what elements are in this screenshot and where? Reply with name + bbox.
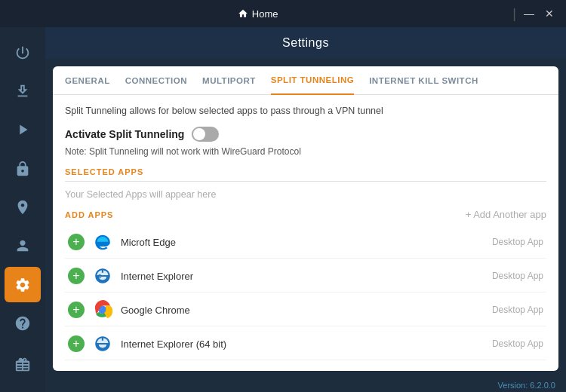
add-another-label: + Add Another app [466,209,546,220]
window-controls: | — ✕ [512,6,557,21]
divider-selected [65,181,546,182]
activate-row: Activate Split Tunneling [65,127,546,142]
app-add-ie-button[interactable]: + [68,268,85,284]
activate-toggle[interactable] [192,127,219,142]
home-area: Home [238,8,278,20]
sidebar-item-power[interactable] [5,35,41,70]
tab-multiport[interactable]: MULTIPORT [202,67,256,94]
user-icon [14,237,31,254]
settings-panel: GENERAL CONNECTION MULTIPORT SPLIT TUNNE… [53,66,558,371]
add-apps-row: ADD APPS + Add Another app [65,209,546,220]
svg-point-3 [100,307,106,314]
app-add-edge-button[interactable]: + [68,234,85,250]
minimize-button[interactable]: — [521,6,537,21]
ie64-icon [93,334,112,354]
app-name-ie64: Internet Explorer (64 bit) [121,338,484,350]
download-icon [14,83,31,100]
settings-icon [14,277,31,293]
selected-apps-placeholder: Your Selected Apps will appear here [65,189,546,200]
close-button[interactable]: ✕ [542,6,557,21]
app-list: + Microft Edge Desktop App + [65,226,546,360]
tabs-bar: GENERAL CONNECTION MULTIPORT SPLIT TUNNE… [53,66,558,95]
app-item-ie: + e Internet Explorer Desktop App [65,260,546,292]
app-icon-chrome [92,299,113,320]
content-area: Settings GENERAL CONNECTION MULTIPORT SP… [45,27,566,392]
ip-icon [14,199,31,216]
app-icon-edge [92,231,113,253]
edge-icon [93,232,112,252]
version-text: Version: 6.2.0.0 [498,381,555,390]
home-label[interactable]: Home [252,8,278,20]
tab-general[interactable]: GENERAL [65,67,110,94]
app-add-chrome-button[interactable]: + [68,302,85,318]
ie-icon: e [93,266,112,286]
app-type-ie64: Desktop App [492,338,543,349]
app-item-edge: + Microft Edge Desktop App [65,226,546,259]
svg-text:e: e [98,271,103,280]
app-type-chrome: Desktop App [492,305,543,315]
main-layout: Settings GENERAL CONNECTION MULTIPORT SP… [0,27,566,392]
play-icon [14,121,31,138]
sidebar-item-download[interactable] [5,73,41,109]
selected-apps-header: SELECTED APPS [65,167,546,176]
settings-title-text: Settings [282,36,329,49]
settings-title: Settings [45,27,566,59]
help-icon [14,315,31,332]
sidebar-item-help[interactable] [5,305,41,341]
tab-connection[interactable]: CONNECTION [125,67,187,94]
separator: | [512,7,516,20]
app-type-ie: Desktop App [492,271,543,281]
activate-label: Activate Split Tunneling [65,128,184,140]
app-add-ie64-button[interactable]: + [68,335,85,352]
sidebar-item-user[interactable] [5,228,41,264]
home-icon [238,8,248,19]
sidebar-item-ip[interactable] [5,189,41,225]
sidebar-item-lock[interactable] [5,151,41,186]
description-text: Split Tunneling allows for below selecte… [65,106,546,116]
add-another-button[interactable]: + Add Another app [466,209,546,220]
tab-internet-kill-switch[interactable]: INTERNET KILL SWITCH [369,67,478,94]
gift-icon [14,357,31,373]
settings-content: Split Tunneling allows for below selecte… [53,95,558,371]
sidebar [0,27,45,392]
app-icon-ie: e [92,265,113,286]
app-item-ie64: + Internet Explorer (64 bit) Desktop App [65,328,546,360]
version-bar: Version: 6.2.0.0 [45,378,566,392]
power-icon [14,44,31,61]
lock-icon [14,161,31,177]
add-apps-header: ADD APPS [65,210,113,219]
sidebar-item-settings[interactable] [5,267,41,302]
app-type-edge: Desktop App [492,237,543,247]
app-name-chrome: Google Chrome [121,305,484,316]
sidebar-item-play[interactable] [5,112,41,148]
app-icon-ie64 [92,333,113,354]
app-item-chrome: + Google Chrome Desktop App [65,294,546,326]
title-bar: Home | — ✕ [0,0,566,27]
app-name-edge: Microft Edge [121,237,484,248]
app-name-ie: Internet Explorer [121,271,484,282]
tab-split-tunneling[interactable]: SPLIT TUNNELING [271,66,354,95]
note-text: Note: Split Tunneling will not work with… [65,146,546,157]
sidebar-item-gift[interactable] [5,348,41,383]
chrome-icon [93,300,112,320]
